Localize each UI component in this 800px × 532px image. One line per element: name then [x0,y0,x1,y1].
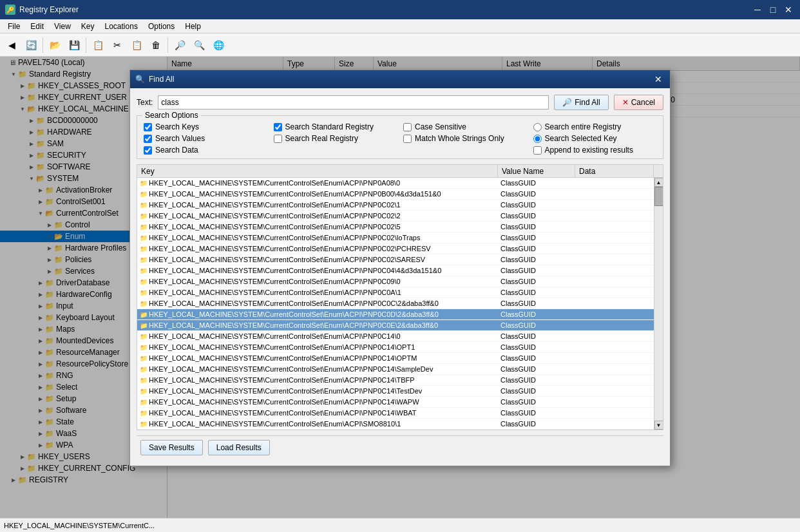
option-search-standard: Search Standard Registry [274,122,397,131]
result-row[interactable]: 📁HKEY_LOCAL_MACHINE\SYSTEM\CurrentContro… [137,211,654,222]
result-row[interactable]: 📁HKEY_LOCAL_MACHINE\SYSTEM\CurrentContro… [137,309,654,320]
scroll-down-arrow[interactable]: ▼ [654,421,663,430]
results-col-valuename[interactable]: Value Name [498,165,575,177]
find-button[interactable]: 🔎 [171,36,189,54]
results-col-data[interactable]: Data [575,165,654,177]
result-row[interactable]: 📁HKEY_LOCAL_MACHINE\SYSTEM\CurrentContro… [137,397,654,408]
results-col-key[interactable]: Key [137,165,498,177]
scroll-thumb[interactable] [654,187,663,206]
result-valuename-cell: ClassGUID [498,234,575,242]
result-folder-icon: 📁 [140,245,148,252]
result-key-text: HKEY_LOCAL_MACHINE\SYSTEM\CurrentControl… [149,179,400,187]
case-sensitive-checkbox[interactable] [403,123,412,131]
result-row[interactable]: 📁HKEY_LOCAL_MACHINE\SYSTEM\CurrentContro… [137,298,654,309]
result-folder-icon: 📁 [140,311,148,318]
menu-key[interactable]: Key [76,21,100,32]
append-existing-checkbox[interactable] [533,146,542,155]
result-row[interactable]: 📁HKEY_LOCAL_MACHINE\SYSTEM\CurrentContro… [137,254,654,265]
result-row[interactable]: 📁HKEY_LOCAL_MACHINE\SYSTEM\CurrentContro… [137,243,654,254]
find-all-label: Find All [575,98,600,107]
result-key-text: HKEY_LOCAL_MACHINE\SYSTEM\CurrentControl… [149,299,439,307]
find-text-input[interactable] [158,95,549,109]
dialog-body: Text: 🔎 Find All ✕ Cancel Search Options [130,88,670,466]
result-valuename-cell: ClassGUID [498,179,575,187]
result-valuename-cell: ClassGUID [498,256,575,263]
result-valuename-cell: ClassGUID [498,398,575,406]
search-data-label: Search Data [155,146,198,155]
menu-options[interactable]: Options [143,21,180,32]
maximize-button[interactable]: □ [767,3,779,16]
result-row[interactable]: 📁HKEY_LOCAL_MACHINE\SYSTEM\CurrentContro… [137,353,654,364]
result-row[interactable]: 📁HKEY_LOCAL_MACHINE\SYSTEM\CurrentContro… [137,222,654,233]
result-row[interactable]: 📁HKEY_LOCAL_MACHINE\SYSTEM\CurrentContro… [137,375,654,386]
cut-button[interactable]: ✂ [108,36,126,54]
web-button[interactable]: 🌐 [209,36,227,54]
result-row[interactable]: 📁HKEY_LOCAL_MACHINE\SYSTEM\CurrentContro… [137,178,654,189]
load-results-button[interactable]: Load Results [208,440,270,455]
result-row[interactable]: 📁HKEY_LOCAL_MACHINE\SYSTEM\CurrentContro… [137,200,654,211]
selected-key-radio[interactable] [533,135,542,143]
result-row[interactable]: 📁HKEY_LOCAL_MACHINE\SYSTEM\CurrentContro… [137,265,654,276]
result-key-cell: 📁HKEY_LOCAL_MACHINE\SYSTEM\CurrentContro… [137,223,498,231]
result-key-cell: 📁HKEY_LOCAL_MACHINE\SYSTEM\CurrentContro… [137,234,498,242]
paste-button[interactable]: 📋 [128,36,146,54]
menu-view[interactable]: View [49,21,76,32]
menu-edit[interactable]: Edit [25,21,49,32]
result-row[interactable]: 📁HKEY_LOCAL_MACHINE\SYSTEM\CurrentContro… [137,408,654,419]
match-whole-checkbox[interactable] [403,135,412,143]
result-row[interactable]: 📁HKEY_LOCAL_MACHINE\SYSTEM\CurrentContro… [137,287,654,298]
open-button[interactable]: 📂 [46,36,64,54]
entire-registry-radio[interactable] [533,123,542,131]
result-row[interactable]: 📁HKEY_LOCAL_MACHINE\SYSTEM\CurrentContro… [137,189,654,200]
options-grid: Search Keys Search Values Search Data [144,122,656,155]
copy-button[interactable]: 📋 [89,36,107,54]
result-folder-icon: 📁 [140,213,148,220]
app-icon: 🔑 [5,5,15,15]
result-key-text: HKEY_LOCAL_MACHINE\SYSTEM\CurrentControl… [149,321,438,329]
menu-help[interactable]: Help [180,21,206,32]
result-key-cell: 📁HKEY_LOCAL_MACHINE\SYSTEM\CurrentContro… [137,289,498,296]
result-folder-icon: 📁 [140,377,148,384]
result-key-text: HKEY_LOCAL_MACHINE\SYSTEM\CurrentControl… [149,190,441,198]
find-all-button[interactable]: 🔎 Find All [554,95,608,110]
result-row[interactable]: 📁HKEY_LOCAL_MACHINE\SYSTEM\CurrentContro… [137,233,654,243]
result-row[interactable]: 📁HKEY_LOCAL_MACHINE\SYSTEM\CurrentContro… [137,386,654,397]
case-sensitive-label: Case Sensitive [415,122,466,131]
result-row[interactable]: 📁HKEY_LOCAL_MACHINE\SYSTEM\CurrentContro… [137,364,654,375]
refresh-button[interactable]: 🔄 [22,36,40,54]
find-next-button[interactable]: 🔍 [190,36,208,54]
result-valuename-cell: ClassGUID [498,387,575,395]
cancel-icon: ✕ [622,98,629,107]
option-case-sensitive: Case Sensitive [403,122,527,131]
menu-file[interactable]: File [3,21,25,32]
result-valuename-cell: ClassGUID [498,190,575,198]
delete-button[interactable]: 🗑 [147,36,165,54]
save-button[interactable]: 💾 [65,36,83,54]
search-values-checkbox[interactable] [144,135,152,143]
result-row[interactable]: 📁HKEY_LOCAL_MACHINE\SYSTEM\CurrentContro… [137,419,654,430]
result-valuename-cell: ClassGUID [498,321,575,329]
cancel-button[interactable]: ✕ Cancel [614,95,663,110]
result-row[interactable]: 📁HKEY_LOCAL_MACHINE\SYSTEM\CurrentContro… [137,320,654,331]
search-data-checkbox[interactable] [144,146,152,155]
result-row[interactable]: 📁HKEY_LOCAL_MACHINE\SYSTEM\CurrentContro… [137,342,654,353]
back-button[interactable]: ◀ [3,36,21,54]
dialog-close-button[interactable]: ✕ [652,73,665,86]
result-key-text: HKEY_LOCAL_MACHINE\SYSTEM\CurrentControl… [149,267,441,274]
status-bar: HKEY_LOCAL_MACHINE\SYSTEM\CurrentC... [0,518,800,532]
scroll-up-arrow[interactable]: ▲ [654,178,663,187]
options-legend: Search Options [142,111,201,120]
search-real-checkbox[interactable] [274,135,282,143]
result-folder-icon: 📁 [140,355,148,362]
result-row[interactable]: 📁HKEY_LOCAL_MACHINE\SYSTEM\CurrentContro… [137,276,654,287]
search-keys-checkbox[interactable] [144,123,152,131]
minimize-button[interactable]: ─ [751,3,764,16]
close-button[interactable]: ✕ [782,3,795,16]
save-results-button[interactable]: Save Results [140,440,203,455]
result-key-text: HKEY_LOCAL_MACHINE\SYSTEM\CurrentControl… [149,332,401,340]
result-key-text: HKEY_LOCAL_MACHINE\SYSTEM\CurrentControl… [149,223,401,231]
search-standard-checkbox[interactable] [274,123,282,131]
menu-locations[interactable]: Locations [100,21,143,32]
result-row[interactable]: 📁HKEY_LOCAL_MACHINE\SYSTEM\CurrentContro… [137,331,654,342]
result-key-text: HKEY_LOCAL_MACHINE\SYSTEM\CurrentControl… [149,212,401,220]
